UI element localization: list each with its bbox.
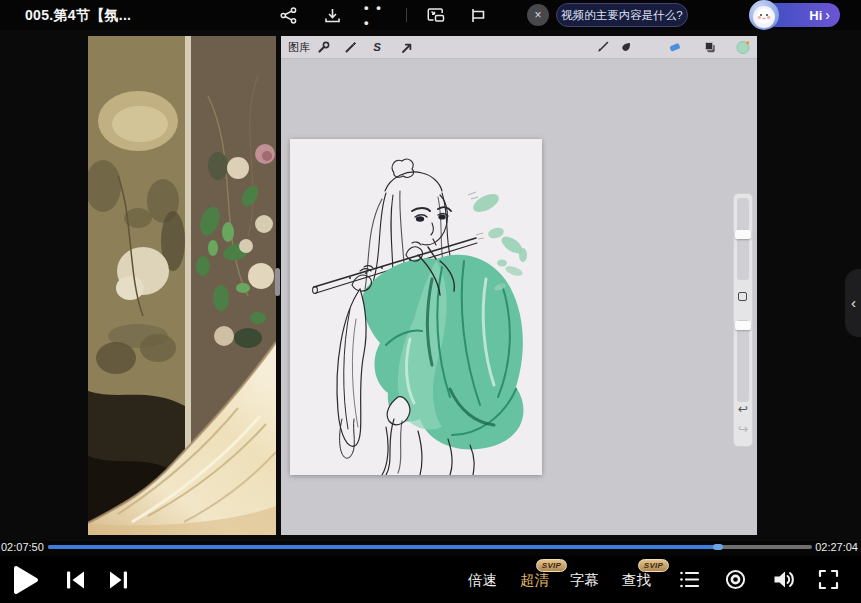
- chevron-right-icon: ›: [825, 8, 830, 22]
- procreate-toolbar: 图库 S: [281, 36, 757, 59]
- brush-size-thumb: [735, 230, 751, 239]
- toolbar-divider: [406, 8, 407, 22]
- undo-icon: ↩: [734, 402, 752, 416]
- record-circle-icon[interactable]: [724, 568, 747, 595]
- selection-tool-icon: S: [370, 40, 384, 54]
- control-bar: 倍速 SVIP 超清 字幕 SVIP 查找: [0, 556, 861, 603]
- quality-button[interactable]: 超清: [520, 571, 549, 590]
- procreate-sidebar: ↩ ↪: [733, 193, 753, 447]
- reference-photo: [88, 36, 276, 535]
- fullscreen-icon[interactable]: [817, 568, 840, 595]
- next-video-button[interactable]: [107, 569, 131, 595]
- screen-cast-icon[interactable]: [466, 3, 490, 27]
- smudge-tool-icon: [619, 40, 633, 54]
- close-ai-question-button[interactable]: ×: [527, 4, 549, 26]
- previous-video-button[interactable]: [63, 569, 87, 595]
- svip-badge-quality: SVIP: [536, 559, 567, 572]
- video-surface[interactable]: 图库 S: [0, 30, 861, 541]
- picture-in-picture-icon[interactable]: [424, 3, 448, 27]
- modify-button: [738, 292, 747, 301]
- playlist-icon[interactable]: [678, 568, 701, 595]
- assistant-avatar[interactable]: [749, 0, 779, 30]
- brush-size-slider: [737, 198, 749, 280]
- volume-icon[interactable]: [771, 567, 796, 596]
- assistant-greeting-label: Hi: [809, 8, 822, 23]
- speed-button[interactable]: 倍速: [468, 571, 497, 590]
- side-panel-toggle[interactable]: ‹: [845, 269, 861, 337]
- progress-bar[interactable]: [48, 545, 812, 549]
- adjustments-icon: [343, 40, 357, 54]
- video-player-window: 005.第4节【氛... • • • × 视: [0, 0, 861, 603]
- procreate-app-region: 图库 S: [281, 36, 757, 535]
- drawing-canvas: [290, 139, 542, 475]
- ai-question-pill[interactable]: 视频的主要内容是什么?: [556, 3, 688, 27]
- chevron-left-icon: ‹: [851, 294, 856, 311]
- gallery-button: 图库: [288, 36, 310, 58]
- redo-icon: ↪: [734, 422, 752, 436]
- progress-played: [48, 545, 720, 549]
- more-options-icon[interactable]: • • •: [364, 3, 388, 33]
- svip-badge-find: SVIP: [638, 559, 669, 572]
- play-button[interactable]: [12, 565, 40, 599]
- color-swatch-icon: [736, 40, 750, 54]
- split-divider-handle: [275, 268, 280, 296]
- layers-icon: [703, 40, 717, 54]
- opacity-slider: [737, 320, 749, 402]
- video-title: 005.第4节【氛...: [25, 0, 131, 30]
- eraser-tool-icon-selected: [668, 40, 682, 54]
- total-time: 02:27:04: [815, 541, 858, 553]
- brush-tool-icon: [596, 40, 610, 54]
- download-icon[interactable]: [320, 3, 344, 27]
- opacity-thumb: [735, 321, 751, 330]
- title-bar: 005.第4节【氛... • • • × 视: [0, 0, 861, 30]
- wrench-icon: [316, 40, 330, 54]
- share-icon[interactable]: [276, 3, 300, 27]
- current-time: 02:07:50: [1, 541, 44, 553]
- transform-arrow-icon: [399, 40, 413, 54]
- subtitle-button[interactable]: 字幕: [570, 571, 599, 590]
- find-button[interactable]: 查找: [622, 571, 651, 590]
